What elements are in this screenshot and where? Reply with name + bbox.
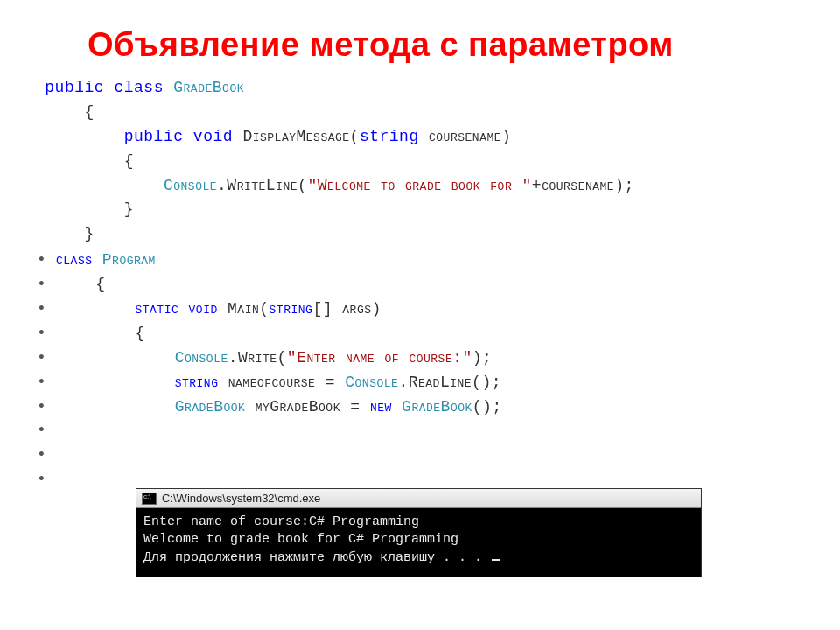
- code-line: }: [35, 222, 805, 247]
- code-token: {: [95, 276, 105, 293]
- console-line: Для продолжения нажмите любую клавишу . …: [144, 550, 694, 567]
- code-line: public void DisplayMessage(string course…: [35, 125, 805, 150]
- call: .WriteLine(: [217, 177, 307, 194]
- keyword: string: [360, 128, 419, 145]
- cmd-icon: c:\: [142, 493, 157, 505]
- code-token: static: [135, 300, 188, 318]
- code-block-top: public class GradeBook { public void Dis…: [35, 76, 805, 247]
- code-token: new: [370, 398, 402, 416]
- type-name: Console: [164, 177, 217, 194]
- code-token: );: [472, 349, 493, 367]
- console-output: Enter name of course:C# Programming Welc…: [136, 508, 701, 577]
- code-bullet-line: class Program: [35, 248, 805, 273]
- code-line: }: [35, 198, 805, 222]
- code-token: string: [175, 374, 228, 391]
- code-token: nameofcourse =: [228, 374, 346, 391]
- code-token: Program: [102, 251, 156, 269]
- console-text: Для продолжения нажмите любую клавишу . …: [144, 550, 490, 565]
- brace: }: [85, 225, 94, 242]
- console-line: Welcome to grade book for C# Programming: [144, 531, 694, 549]
- code-bullet-line: [35, 419, 805, 444]
- code-token: Main(: [228, 300, 270, 318]
- console-title-text: C:\Windows\system32\cmd.exe: [162, 492, 320, 505]
- brace: }: [124, 200, 134, 218]
- code-token: "Enter name of course:": [287, 349, 472, 367]
- code-bullet-line: {: [35, 273, 805, 298]
- code-token: .ReadLine();: [398, 374, 501, 391]
- code-token: {: [135, 325, 144, 342]
- type-name: GradeBook: [173, 79, 244, 96]
- code-bullet-list: class Program { static void Main(string[…: [35, 248, 805, 493]
- method-name: DisplayMessage(: [242, 128, 360, 145]
- string-literal: "Welcome to grade book for ": [307, 177, 531, 194]
- code-token: .Write(: [228, 349, 287, 367]
- keyword: void: [193, 128, 233, 145]
- keyword: public: [124, 128, 184, 145]
- params: coursename): [419, 128, 512, 145]
- code-bullet-line: [35, 444, 805, 468]
- code-line: Console.WriteLine("Welcome to grade book…: [35, 174, 805, 199]
- brace: {: [124, 152, 134, 170]
- code-line: {: [35, 101, 805, 125]
- code-bullet-line: string nameofcourse = Console.ReadLine()…: [35, 371, 805, 396]
- console-window: c:\ C:\Windows\system32\cmd.exe Enter na…: [136, 488, 702, 578]
- code-bullet-line: {: [35, 322, 805, 346]
- code-token: myGradeBook =: [256, 398, 370, 416]
- code-token: GradeBook: [175, 398, 256, 416]
- code-token: string: [270, 300, 313, 318]
- code-token: Console: [345, 374, 398, 391]
- keyword: public: [45, 79, 104, 96]
- cursor-icon: [492, 559, 500, 561]
- code-bullet-line: GradeBook myGradeBook = new GradeBook();: [35, 396, 805, 420]
- code-token: GradeBook: [402, 398, 472, 416]
- slide-title: Объявление метода с параметром: [88, 26, 805, 64]
- code-token: class: [56, 251, 102, 269]
- code-token: ();: [472, 398, 502, 416]
- expr: +coursename);: [532, 177, 634, 194]
- console-line: Enter name of course:C# Programming: [144, 514, 694, 531]
- code-token: [] args): [312, 300, 381, 318]
- code-bullet-line: static void Main(string[] args): [35, 298, 805, 322]
- code-line: public class GradeBook: [35, 76, 805, 101]
- console-titlebar: c:\ C:\Windows\system32\cmd.exe: [136, 489, 701, 508]
- code-bullet-line: Console.Write("Enter name of course:");: [35, 346, 805, 371]
- code-token: Console: [175, 349, 228, 367]
- brace: {: [85, 103, 94, 121]
- code-line: {: [35, 150, 805, 174]
- keyword: class: [114, 79, 164, 96]
- code-token: void: [189, 300, 228, 318]
